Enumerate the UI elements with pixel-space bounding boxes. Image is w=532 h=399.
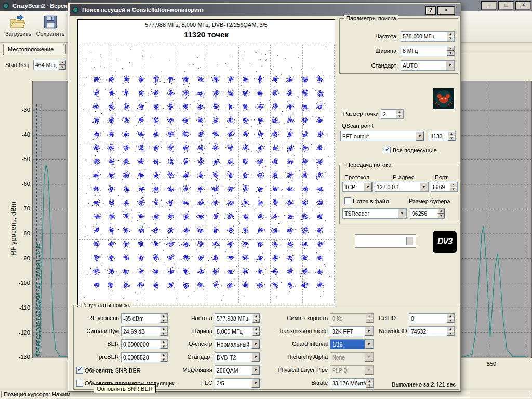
elapsed-time-label: Выполнено за 2.421 sec xyxy=(357,381,456,388)
dialog-close-button[interactable]: × xyxy=(437,6,455,15)
ber-spinner[interactable]: 0,0000000 xyxy=(121,339,168,349)
cell-id-spinner[interactable]: 0 xyxy=(409,313,455,323)
modulation-dropdown[interactable]: 256QAM xyxy=(215,365,260,375)
close-button[interactable]: × xyxy=(515,1,531,10)
iq-spectrum-dropdown[interactable]: Нормальный xyxy=(215,339,260,349)
all-subcarriers-label[interactable]: Все поднесущие xyxy=(393,147,437,153)
dvb-logo: DV3 xyxy=(433,231,457,253)
rf-level-spinner[interactable]: -35 dBm xyxy=(121,313,168,323)
freq-spinner[interactable]: 578,000 МГц xyxy=(401,31,455,42)
protocol-dropdown[interactable]: TCP xyxy=(342,182,373,192)
port-spinner[interactable]: 6969 xyxy=(431,182,458,192)
result-freq-label: Частота xyxy=(174,315,212,321)
app-icon xyxy=(2,2,9,11)
protocol-label: Протокол xyxy=(344,174,369,180)
ber-label: BER xyxy=(74,341,119,347)
preber-spinner[interactable]: 0,0005528 xyxy=(121,352,168,362)
buffer-size-spinner[interactable]: 96256 xyxy=(410,208,445,219)
result-width-label: Ширина xyxy=(174,328,212,334)
snr-spinner[interactable]: 24,69 dB xyxy=(121,326,168,336)
update-modulation-checkbox[interactable] xyxy=(76,380,83,387)
fec-label: FEC xyxy=(174,380,212,386)
result-freq-spinner[interactable]: 577,988 МГц xyxy=(215,313,260,323)
start-freq-label: Start freq xyxy=(5,62,29,68)
spin-buttons-icon[interactable] xyxy=(59,60,66,70)
spin-buttons-icon[interactable] xyxy=(160,314,167,323)
open-folder-icon xyxy=(10,14,26,31)
help-button[interactable]: ? xyxy=(425,6,436,15)
maximize-button[interactable]: □ xyxy=(498,1,514,10)
spin-buttons-icon[interactable] xyxy=(447,46,454,56)
spin-buttons-icon[interactable] xyxy=(396,110,403,118)
reader-dropdown[interactable]: TSReader xyxy=(342,208,407,219)
dropdown-arrow-icon[interactable] xyxy=(365,340,373,349)
dot-size-spinner[interactable]: 2 xyxy=(381,109,404,119)
y-tick: -50 xyxy=(14,156,30,162)
all-subcarriers-checkbox[interactable] xyxy=(384,147,391,153)
spin-buttons-icon[interactable] xyxy=(447,327,454,336)
dropdown-arrow-icon[interactable] xyxy=(251,366,260,375)
spin-buttons-icon[interactable] xyxy=(252,314,260,323)
symbol-rate-spinner: 0 Кс xyxy=(330,313,374,323)
update-snr-checkbox[interactable] xyxy=(76,367,83,374)
stream-to-file-checkbox[interactable] xyxy=(344,197,351,204)
dialog-title: Поиск несущей и Constellation-мониторинг xyxy=(82,7,204,13)
dropdown-arrow-icon[interactable] xyxy=(398,209,406,218)
network-id-label: Network ID xyxy=(379,328,407,334)
spin-buttons-icon[interactable] xyxy=(447,32,454,41)
status-bar-text: Позиция курсора: Нажим xyxy=(1,391,530,398)
transmission-mode-label: Transmission mode xyxy=(269,328,328,334)
stream-to-file-label[interactable]: Поток в файл xyxy=(353,198,389,204)
update-snr-label[interactable]: Обновлять SNR,BER xyxy=(85,367,141,374)
iqscan-source-dropdown[interactable]: FFT output xyxy=(340,131,424,141)
dropdown-arrow-icon[interactable] xyxy=(251,379,260,388)
cell-id-label: Cell ID xyxy=(379,315,396,321)
y-tick: -110 xyxy=(14,304,30,311)
spin-buttons-icon[interactable] xyxy=(160,353,167,362)
spin-buttons-icon[interactable] xyxy=(447,314,454,323)
main-window-title: CrazyScan2 · Версия xyxy=(12,3,71,9)
progress-box xyxy=(355,234,416,248)
iq-spectrum-label: IQ-спектр xyxy=(174,341,212,347)
dropdown-arrow-icon[interactable] xyxy=(416,131,424,141)
dropdown-arrow-icon[interactable] xyxy=(446,61,454,70)
snr-label: Сигнал/Шум xyxy=(74,328,119,334)
result-standard-dropdown[interactable]: DVB-T2 xyxy=(215,352,260,362)
spin-buttons-icon[interactable] xyxy=(252,327,260,336)
plp-dropdown: PLP 0 xyxy=(330,365,374,375)
dropdown-arrow-icon[interactable] xyxy=(420,182,428,191)
standard-dropdown[interactable]: AUTO xyxy=(401,60,455,71)
buffer-size-label: Размер буфера xyxy=(409,198,450,204)
port-label: Порт xyxy=(435,174,448,180)
dropdown-arrow-icon xyxy=(365,353,373,362)
spin-buttons-icon[interactable] xyxy=(448,131,455,141)
crazyscan-main-window: CrazyScan2 · Версия – □ × Загрузить Сохр… xyxy=(0,0,532,399)
spin-buttons-icon[interactable] xyxy=(450,182,457,191)
result-width-spinner[interactable]: 8,000 МГц xyxy=(215,326,260,336)
guard-interval-dropdown[interactable]: 1/16 xyxy=(330,339,374,349)
floppy-disk-icon xyxy=(43,14,58,31)
dropdown-arrow-icon[interactable] xyxy=(364,182,372,191)
spin-buttons-icon[interactable] xyxy=(437,209,445,218)
spin-buttons-icon[interactable] xyxy=(160,340,167,349)
fec-dropdown[interactable]: 3/5 xyxy=(215,378,260,388)
save-button[interactable]: Сохранить xyxy=(34,14,66,37)
dropdown-arrow-icon[interactable] xyxy=(251,340,260,349)
symbol-rate-label: Симв. скорость xyxy=(269,315,328,321)
transmission-mode-dropdown[interactable]: 32K FFT xyxy=(330,326,374,336)
y-tick: -100 xyxy=(14,280,30,286)
width-spinner[interactable]: 8 МГц xyxy=(401,46,455,56)
width-label: Ширина xyxy=(342,48,396,54)
spin-buttons-icon[interactable] xyxy=(160,327,167,336)
iqscan-point-spinner[interactable]: 1133 xyxy=(429,131,456,141)
minimize-button[interactable]: – xyxy=(481,1,497,10)
dropdown-arrow-icon[interactable] xyxy=(251,353,260,362)
ip-address-combo[interactable]: 127.0.0.1 xyxy=(375,182,429,192)
load-button[interactable]: Загрузить xyxy=(3,14,33,37)
guard-interval-label: Guard interval xyxy=(269,341,328,347)
y-tick: -120 xyxy=(14,329,30,336)
dropdown-arrow-icon[interactable] xyxy=(365,327,373,336)
tab-location[interactable]: Местоположение xyxy=(3,44,64,55)
network-id-spinner[interactable]: 74532 xyxy=(409,326,455,336)
start-freq-spinner[interactable]: 464 МГц xyxy=(33,60,66,70)
